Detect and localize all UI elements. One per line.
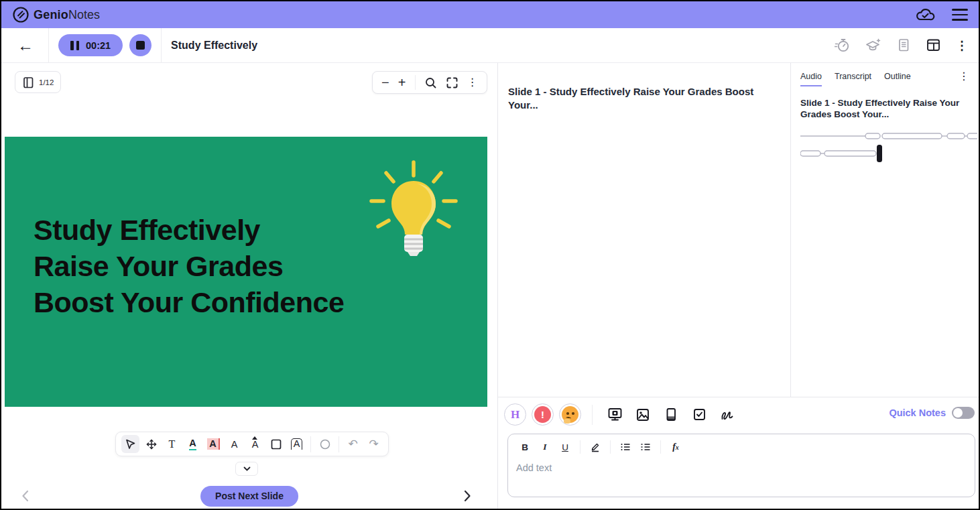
playhead <box>877 145 882 162</box>
important-note-button[interactable]: ! <box>532 403 554 426</box>
pause-timer-button[interactable]: 00:21 <box>58 34 123 56</box>
zoom-in-button[interactable]: + <box>398 76 406 89</box>
divider <box>592 405 593 425</box>
text-format-toolbar: B I U fx <box>508 434 975 456</box>
question-note-button[interactable] <box>559 403 581 426</box>
audio-slide-heading: Slide 1 - Study Effectively Raise Your G… <box>800 98 969 121</box>
recording-toolbar: ← 00:21 Study Effectively <box>1 28 979 63</box>
bold-button[interactable]: B <box>516 440 534 454</box>
text-color-tool[interactable]: A <box>184 435 202 453</box>
menu-hamburger-icon[interactable] <box>952 9 968 21</box>
pointer-tool[interactable] <box>121 435 139 453</box>
genio-logo-icon <box>12 6 29 23</box>
slide-footer: Post Next Slide <box>1 484 497 508</box>
brand-logo[interactable]: GenioNotes <box>12 6 100 23</box>
app-window: GenioNotes ← 00:21 Study <box>0 0 980 510</box>
document-title: Study Effectively <box>171 40 257 52</box>
sidebar-panel-icon <box>22 76 34 89</box>
divider <box>310 436 311 452</box>
divider <box>339 436 339 452</box>
tab-outline[interactable]: Outline <box>884 72 911 85</box>
note-type-row: H ! <box>504 403 739 426</box>
bullet-list-button[interactable] <box>617 440 634 454</box>
zoom-out-button[interactable]: − <box>381 76 389 89</box>
divider <box>580 440 580 454</box>
audio-panel: Audio Transcript Outline ⋮ Slide 1 - Stu… <box>791 63 979 397</box>
text-frame-tool[interactable]: A <box>288 435 306 453</box>
summary-doc-icon[interactable] <box>896 38 911 53</box>
previous-slide-button[interactable] <box>21 490 29 502</box>
divider <box>660 440 661 454</box>
note-text-input[interactable]: Add text <box>508 456 975 480</box>
layout-panels-icon[interactable] <box>926 38 941 53</box>
pause-icon <box>70 41 79 50</box>
tab-transcript[interactable]: Transcript <box>835 72 871 85</box>
quick-notes-control: Quick Notes <box>889 407 975 419</box>
slide-notes-heading: Slide 1 - Study Effectively Raise Your G… <box>508 85 756 113</box>
italic-button[interactable]: I <box>536 440 554 454</box>
divider <box>415 75 416 90</box>
next-slide-button[interactable] <box>464 490 471 502</box>
collapse-toolbar-button[interactable] <box>235 462 258 476</box>
page-indicator: 1/12 <box>39 78 54 86</box>
highlight-tool[interactable]: A <box>204 435 223 453</box>
screen-capture-button[interactable] <box>603 403 626 426</box>
study-mode-icon[interactable] <box>865 38 881 53</box>
stop-icon <box>136 41 145 50</box>
highlighter-button[interactable] <box>587 440 604 454</box>
insert-image-button[interactable] <box>631 403 654 426</box>
cloud-sync-icon[interactable] <box>914 7 936 23</box>
shape-rectangle-tool[interactable] <box>267 435 285 453</box>
move-tool[interactable] <box>142 435 160 453</box>
search-icon[interactable] <box>424 76 437 89</box>
text-tool[interactable]: T <box>163 435 181 453</box>
slide-title-text: Study Effectively Raise Your Grades Boos… <box>34 212 344 321</box>
toolbar-kebab-menu[interactable]: ⋮ <box>956 40 968 52</box>
lightbulb-illustration <box>363 155 464 271</box>
flashcard-button[interactable] <box>660 403 682 426</box>
scribble-button[interactable] <box>716 403 739 426</box>
undo-button[interactable]: ↶ <box>344 435 362 453</box>
numbered-list-button[interactable] <box>637 440 654 454</box>
redo-button[interactable]: ↷ <box>365 435 383 453</box>
divider <box>610 440 611 454</box>
notes-panel[interactable]: Slide 1 - Study Effectively Raise Your G… <box>498 63 790 397</box>
post-next-slide-button[interactable]: Post Next Slide <box>200 486 298 507</box>
back-button[interactable]: ← <box>12 38 39 54</box>
app-header: GenioNotes <box>1 1 979 28</box>
stop-recording-button[interactable] <box>129 34 151 56</box>
slide-canvas[interactable]: Study Effectively Raise Your Grades Boos… <box>5 137 487 407</box>
font-style-tool[interactable]: A <box>246 435 264 453</box>
heading-note-button[interactable]: H <box>504 403 526 426</box>
slide-panel: 1/12 − + ⋮ Study Effectively Raise Your … <box>1 63 497 509</box>
slide-kebab-menu[interactable]: ⋮ <box>467 77 478 88</box>
audio-waveform[interactable] <box>800 129 977 165</box>
panel-tabs: Audio Transcript Outline <box>800 72 972 86</box>
font-tool[interactable]: A <box>225 435 243 453</box>
checklist-button[interactable] <box>688 403 711 426</box>
slide-thumbnails-toggle[interactable]: 1/12 <box>15 71 61 93</box>
divider <box>48 28 49 63</box>
tab-audio[interactable]: Audio <box>800 72 822 86</box>
formula-button[interactable]: fx <box>667 440 684 454</box>
brand-name-light: Notes <box>68 8 100 21</box>
note-editor-region: H ! <box>498 397 979 509</box>
ellipse-tool[interactable] <box>316 435 334 453</box>
exclamation-icon: ! <box>534 406 551 423</box>
timer-history-icon[interactable] <box>835 38 850 53</box>
brand-name-bold: Genio <box>34 8 68 21</box>
quick-notes-label: Quick Notes <box>889 407 946 418</box>
audio-panel-kebab-menu[interactable]: ⋮ <box>959 71 969 82</box>
divider <box>161 28 162 63</box>
annotation-toolbar: T A A A A A ↶ ↷ <box>115 432 389 456</box>
note-input-box[interactable]: B I U fx Add text <box>507 434 975 497</box>
recording-timer: 00:21 <box>86 40 111 51</box>
fullscreen-icon[interactable] <box>446 76 458 89</box>
underline-button[interactable]: U <box>556 440 574 454</box>
thinking-face-icon <box>562 406 578 423</box>
slide-zoom-toolbar: − + ⋮ <box>372 71 487 94</box>
quick-notes-toggle[interactable] <box>952 407 975 419</box>
